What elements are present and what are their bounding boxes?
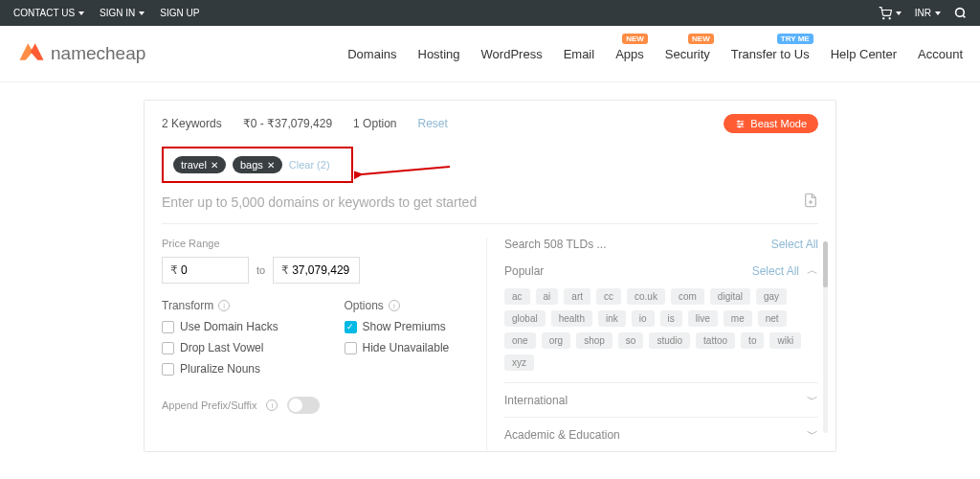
to-label: to: [256, 264, 265, 276]
select-all-popular[interactable]: Select All: [752, 264, 799, 278]
logo[interactable]: namecheap: [17, 37, 145, 70]
contact-us-link[interactable]: CONTACT US: [13, 8, 84, 18]
tld-studio[interactable]: studio: [649, 332, 690, 349]
tld-gay[interactable]: gay: [756, 288, 787, 305]
tld-wiki[interactable]: wiki: [769, 332, 801, 349]
tag-bags[interactable]: bags✕: [233, 156, 282, 173]
domain-search-input[interactable]: [162, 194, 803, 210]
nav-hosting[interactable]: Hosting: [418, 47, 460, 61]
nav-domains[interactable]: Domains: [347, 47, 396, 61]
file-plus-icon: [803, 193, 818, 208]
svg-line-3: [963, 15, 965, 17]
panel-summary: 2 Keywords ₹0 - ₹37,079,429 1 Option Res…: [162, 114, 818, 133]
tld-ai[interactable]: ai: [536, 288, 559, 305]
checkbox-show-premiums[interactable]: Show Premiums: [345, 320, 470, 333]
checkbox-hide-unavailable[interactable]: Hide Unavailable: [345, 341, 470, 354]
tld-is[interactable]: is: [660, 310, 682, 327]
tld-shop[interactable]: shop: [576, 332, 612, 349]
scrollbar[interactable]: [823, 241, 828, 433]
tld-digital[interactable]: digital: [710, 288, 750, 305]
svg-point-9: [739, 125, 741, 127]
info-icon[interactable]: i: [389, 300, 400, 311]
header: namecheap DomainsHostingWordPressEmailAp…: [0, 26, 980, 82]
tld-org[interactable]: org: [542, 332, 570, 349]
nav-email[interactable]: Email: [564, 47, 595, 61]
caret-down-icon: [139, 11, 145, 15]
info-icon[interactable]: i: [266, 399, 278, 411]
tld-co-uk[interactable]: co.uk: [627, 288, 665, 305]
category-academic[interactable]: Academic & Education﹀: [504, 417, 818, 451]
tld-cc[interactable]: cc: [596, 288, 621, 305]
price-range-label: Price Range: [162, 238, 469, 249]
sign-in-link[interactable]: SIGN IN: [100, 8, 145, 18]
info-icon[interactable]: i: [218, 300, 230, 311]
tld-one[interactable]: one: [504, 332, 536, 349]
search-button[interactable]: [954, 7, 967, 19]
svg-point-2: [956, 9, 965, 17]
logo-mark-icon: [17, 37, 46, 70]
tld-live[interactable]: live: [688, 310, 718, 327]
svg-point-8: [742, 123, 744, 125]
category-international[interactable]: International﹀: [504, 382, 818, 417]
append-toggle[interactable]: [287, 397, 320, 414]
price-max-field[interactable]: ₹: [273, 257, 360, 284]
currency-select[interactable]: INR: [915, 8, 941, 18]
tld-art[interactable]: art: [564, 288, 590, 305]
svg-point-0: [882, 17, 883, 18]
svg-point-1: [889, 17, 890, 18]
main-nav: DomainsHostingWordPressEmailAppsNEWSecur…: [347, 47, 963, 61]
chevron-down-icon: ﹀: [807, 392, 818, 408]
nav-help-center[interactable]: Help Center: [831, 47, 897, 61]
caret-down-icon: [935, 11, 941, 15]
tld-me[interactable]: me: [724, 310, 752, 327]
append-label: Append Prefix/Suffix: [162, 399, 256, 411]
close-icon: ✕: [211, 160, 218, 171]
tld-tattoo[interactable]: tattoo: [696, 332, 735, 349]
tld-health[interactable]: health: [551, 310, 592, 327]
nav-account[interactable]: Account: [918, 47, 963, 61]
nav-apps[interactable]: AppsNEW: [615, 47, 644, 61]
sign-up-link[interactable]: SIGN UP: [160, 8, 199, 18]
svg-point-7: [738, 120, 740, 122]
tld-net[interactable]: net: [758, 310, 787, 327]
tld-list: acaiartccco.ukcomdigitalgayglobalhealthi…: [504, 288, 818, 371]
checkbox-domain-hacks[interactable]: Use Domain Hacks: [162, 320, 287, 333]
tld-com[interactable]: com: [671, 288, 704, 305]
checkbox-pluralize[interactable]: Pluralize Nouns: [162, 362, 287, 376]
tld-to[interactable]: to: [741, 332, 764, 349]
reset-link[interactable]: Reset: [417, 117, 447, 130]
cart-button[interactable]: [879, 7, 902, 20]
chevron-up-icon[interactable]: ︿: [807, 262, 818, 279]
logo-text: namecheap: [51, 43, 145, 64]
upload-file-button[interactable]: [803, 193, 818, 212]
beast-mode-button[interactable]: Beast Mode: [724, 114, 818, 133]
chevron-down-icon: ﹀: [807, 426, 818, 443]
options-label: Options: [345, 299, 384, 312]
tld-io[interactable]: io: [632, 310, 655, 327]
transform-label: Transform: [162, 299, 213, 312]
price-summary: ₹0 - ₹37,079,429: [243, 117, 332, 130]
cart-icon: [879, 7, 892, 20]
select-all-link[interactable]: Select All: [771, 238, 818, 251]
close-icon: ✕: [267, 160, 275, 171]
keywords-count: 2 Keywords: [162, 117, 222, 130]
search-icon: [954, 7, 967, 19]
topbar: CONTACT US SIGN IN SIGN UP INR: [0, 0, 980, 26]
popular-label: Popular: [504, 264, 544, 278]
tld-xyz[interactable]: xyz: [504, 354, 534, 371]
search-panel: 2 Keywords ₹0 - ₹37,079,429 1 Option Res…: [144, 100, 836, 452]
option-count: 1 Option: [353, 117, 396, 130]
tld-so[interactable]: so: [618, 332, 644, 349]
tld-ink[interactable]: ink: [598, 310, 626, 327]
tag-travel[interactable]: travel✕: [173, 156, 226, 173]
nav-security[interactable]: SecurityNEW: [665, 47, 710, 61]
checkbox-drop-vowel[interactable]: Drop Last Vowel: [162, 341, 287, 354]
scrollbar-thumb[interactable]: [823, 241, 828, 287]
tld-search-label[interactable]: Search 508 TLDs ...: [504, 238, 607, 251]
clear-tags-link[interactable]: Clear (2): [289, 159, 330, 171]
nav-transfer-to-us[interactable]: Transfer to UsTRY ME: [731, 47, 810, 61]
price-min-field[interactable]: ₹: [162, 257, 249, 284]
tld-global[interactable]: global: [504, 310, 546, 327]
nav-wordpress[interactable]: WordPress: [481, 47, 543, 61]
tld-ac[interactable]: ac: [504, 288, 530, 305]
